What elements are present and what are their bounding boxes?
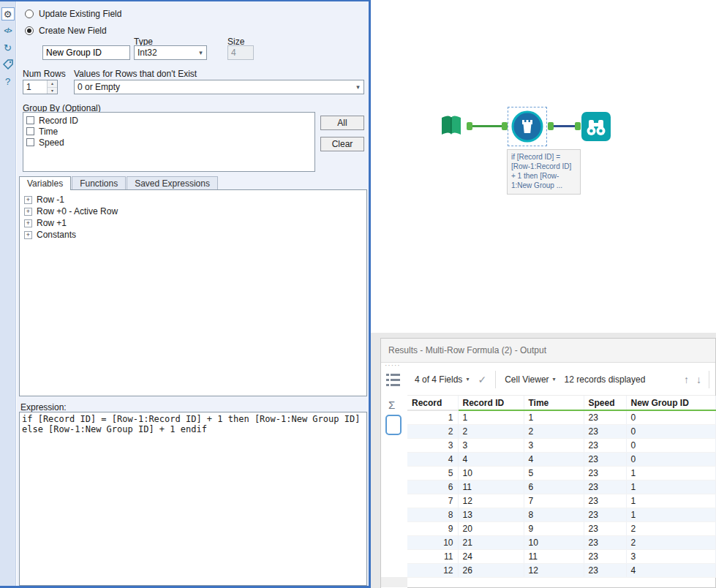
table-row[interactable]: 102110232 bbox=[407, 535, 715, 549]
sync-refresh-icon[interactable]: ↻ bbox=[1, 41, 15, 54]
checkbox-icon[interactable] bbox=[26, 127, 34, 135]
data-cell[interactable]: 1 bbox=[626, 494, 715, 508]
data-cell[interactable]: 13 bbox=[458, 508, 524, 521]
clear-button[interactable]: Clear bbox=[320, 137, 364, 151]
data-cell[interactable]: 4 bbox=[458, 452, 524, 466]
record-number-cell[interactable]: 7 bbox=[407, 494, 458, 508]
column-header-record-id[interactable]: Record ID bbox=[458, 396, 524, 410]
output-anchor[interactable] bbox=[548, 122, 554, 130]
data-cell[interactable]: 3 bbox=[626, 549, 715, 563]
checkbox-icon[interactable] bbox=[26, 138, 34, 146]
column-header-record[interactable]: Record bbox=[407, 396, 458, 410]
values-no-exist-dropdown[interactable]: 0 or Empty ▾ bbox=[74, 80, 364, 94]
column-header-new-group-id[interactable]: New Group ID bbox=[626, 396, 715, 410]
data-cell[interactable]: 23 bbox=[584, 563, 626, 577]
data-cell[interactable]: 24 bbox=[458, 549, 524, 563]
data-cell[interactable]: 9 bbox=[524, 521, 584, 535]
tree-item-row-0-active[interactable]: + Row +0 - Active Row bbox=[24, 206, 362, 217]
settings-gear-icon[interactable]: ⚙ bbox=[1, 7, 15, 20]
input-anchor[interactable] bbox=[502, 122, 508, 130]
expand-plus-icon[interactable]: + bbox=[24, 208, 32, 216]
table-row[interactable]: 6116231 bbox=[407, 480, 715, 494]
data-cell[interactable]: 2 bbox=[626, 521, 715, 535]
type-dropdown[interactable]: Int32 ▾ bbox=[134, 45, 207, 60]
record-number-cell[interactable]: 5 bbox=[407, 466, 458, 480]
record-number-cell[interactable]: 9 bbox=[407, 521, 458, 535]
data-cell[interactable]: 12 bbox=[458, 494, 524, 508]
data-cell[interactable]: 23 bbox=[584, 480, 626, 494]
data-cell[interactable]: 23 bbox=[584, 424, 626, 438]
expand-plus-icon[interactable]: + bbox=[24, 219, 32, 227]
variables-tree[interactable]: + Row -1 + Row +0 - Active Row + Row +1 … bbox=[19, 189, 367, 396]
data-cell[interactable]: 0 bbox=[626, 452, 715, 466]
connection-formula-to-browse[interactable] bbox=[554, 125, 575, 127]
data-view-card-icon[interactable] bbox=[385, 415, 402, 435]
group-by-listbox[interactable]: Record ID Time Speed bbox=[23, 112, 315, 172]
help-icon[interactable]: ? bbox=[1, 75, 15, 88]
drag-handle-dots-icon[interactable]: ····· bbox=[385, 361, 401, 369]
data-cell[interactable]: 6 bbox=[524, 480, 584, 494]
scroll-down-icon[interactable]: ↓ bbox=[696, 374, 701, 385]
record-number-cell[interactable]: 4 bbox=[407, 452, 458, 466]
data-cell[interactable]: 23 bbox=[584, 438, 626, 452]
table-row[interactable]: 112411233 bbox=[407, 549, 715, 563]
metadata-sigma-icon[interactable]: Σ bbox=[388, 399, 395, 411]
data-cell[interactable]: 12 bbox=[524, 563, 584, 577]
all-button[interactable]: All bbox=[320, 116, 364, 130]
record-number-cell[interactable]: 3 bbox=[407, 438, 458, 452]
data-cell[interactable]: 0 bbox=[626, 424, 715, 438]
tree-item-row-minus-1[interactable]: + Row -1 bbox=[24, 194, 362, 206]
data-cell[interactable]: 0 bbox=[626, 438, 715, 452]
data-cell[interactable]: 1 bbox=[626, 466, 715, 480]
tool-annotation[interactable]: if [Record ID] = [Row-1:Record ID] + 1 t… bbox=[507, 149, 581, 195]
table-row[interactable]: 222230 bbox=[407, 424, 715, 438]
scroll-up-icon[interactable]: ↑ bbox=[684, 374, 689, 385]
browse-tool[interactable] bbox=[581, 112, 611, 141]
record-number-cell[interactable]: 6 bbox=[407, 480, 458, 494]
record-number-cell[interactable]: 12 bbox=[407, 563, 458, 577]
tree-item-constants[interactable]: + Constants bbox=[24, 229, 362, 241]
create-new-field-radio[interactable]: Create New Field bbox=[25, 26, 107, 36]
data-cell[interactable]: 3 bbox=[458, 438, 524, 452]
record-number-cell[interactable]: 10 bbox=[407, 535, 458, 549]
data-cell[interactable]: 10 bbox=[524, 535, 584, 549]
apply-check-icon[interactable]: ✓ bbox=[478, 374, 486, 385]
table-row[interactable]: 333230 bbox=[407, 438, 715, 452]
data-cell[interactable]: 1 bbox=[524, 410, 584, 424]
record-number-cell[interactable]: 2 bbox=[407, 424, 458, 438]
update-existing-field-radio[interactable]: Update Existing Field bbox=[25, 9, 121, 19]
table-row[interactable]: 7127231 bbox=[407, 494, 715, 508]
data-cell[interactable]: 8 bbox=[524, 508, 584, 521]
data-cell[interactable]: 23 bbox=[584, 452, 626, 466]
data-cell[interactable]: 21 bbox=[458, 535, 524, 549]
data-cell[interactable]: 26 bbox=[458, 563, 524, 577]
table-row[interactable]: 5105231 bbox=[407, 466, 715, 480]
data-cell[interactable]: 0 bbox=[626, 410, 715, 424]
fields-dropdown[interactable]: 4 of 4 Fields ▾ bbox=[415, 374, 469, 385]
group-by-item-speed[interactable]: Speed bbox=[26, 137, 312, 148]
group-by-item-time[interactable]: Time bbox=[26, 126, 312, 137]
tree-item-row-plus-1[interactable]: + Row +1 bbox=[24, 217, 362, 229]
new-field-name-input[interactable] bbox=[42, 45, 130, 60]
data-cell[interactable]: 2 bbox=[626, 535, 715, 549]
column-header-time[interactable]: Time bbox=[524, 396, 584, 410]
connection-input-to-formula[interactable] bbox=[472, 125, 502, 127]
group-by-item-record-id[interactable]: Record ID bbox=[26, 115, 312, 126]
num-rows-spinner[interactable]: 1 ▴ ▾ bbox=[23, 80, 58, 94]
checkbox-icon[interactable] bbox=[26, 116, 34, 124]
data-cell[interactable]: 11 bbox=[458, 480, 524, 494]
data-cell[interactable]: 23 bbox=[584, 535, 626, 549]
table-row[interactable]: 111230 bbox=[407, 410, 715, 424]
multi-row-formula-tool[interactable] bbox=[511, 110, 543, 143]
record-number-cell[interactable]: 11 bbox=[407, 549, 458, 563]
tab-functions[interactable]: Functions bbox=[72, 176, 126, 189]
data-cell[interactable]: 11 bbox=[524, 549, 584, 563]
column-header-speed[interactable]: Speed bbox=[584, 396, 626, 410]
data-cell[interactable]: 7 bbox=[524, 494, 584, 508]
table-options-icon[interactable] bbox=[386, 372, 401, 391]
tab-variables[interactable]: Variables bbox=[19, 176, 71, 190]
data-cell[interactable]: 3 bbox=[524, 438, 584, 452]
data-cell[interactable]: 23 bbox=[584, 549, 626, 563]
data-cell[interactable]: 23 bbox=[584, 508, 626, 521]
table-row[interactable]: 444230 bbox=[407, 452, 715, 466]
